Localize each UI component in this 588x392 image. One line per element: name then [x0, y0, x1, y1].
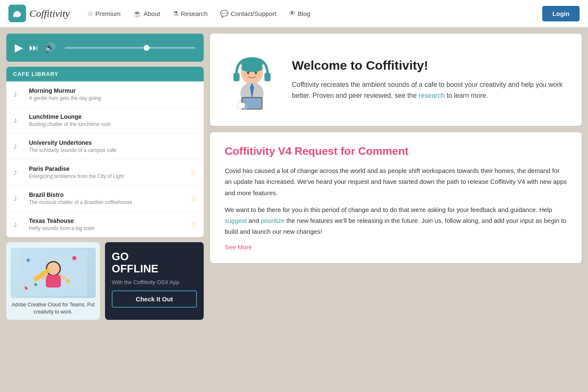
flask-nav-icon: ⚗: [173, 10, 178, 18]
track-desc: Hefty sounds from a big state: [29, 225, 197, 231]
cup-nav-icon: ☕: [133, 10, 142, 18]
v4-para1: Covid has caused a lot of change across …: [225, 165, 567, 199]
star-icon[interactable]: ☆: [190, 168, 197, 177]
track-name: Morning Murmur: [29, 87, 197, 94]
nav-label-contact: Contact/Support: [231, 10, 276, 17]
svg-rect-5: [46, 275, 61, 287]
svg-point-20: [255, 71, 257, 74]
music-note-icon: ♪: [13, 89, 23, 99]
v4-card: Coffitivity V4 Request for Comment Covid…: [210, 132, 582, 263]
music-note-icon: ♪: [13, 167, 23, 177]
track-name: Lunchtime Lounge: [29, 113, 197, 120]
volume-button[interactable]: 🔊: [44, 42, 55, 53]
adobe-illustration: [10, 248, 96, 298]
track-item-paris-paradise[interactable]: ♪ Paris Paradise Energizing ambience fro…: [6, 159, 204, 186]
progress-knob: [144, 45, 150, 51]
track-info: Brazil Bistro The musical chatter of a B…: [29, 191, 197, 205]
v4-title: Coffitivity V4 Request for Comment: [225, 145, 567, 158]
track-desc: Energizing ambience from the City of Lig…: [29, 173, 197, 179]
star-icon[interactable]: ☆: [190, 194, 197, 203]
track-name: Texas Teahouse: [29, 217, 197, 224]
offline-panel: GO OFFLINE With the Coffitivity OSX App …: [105, 242, 204, 320]
main-layout: ▶ ⏭ 🔊 CAFE LIBRARY ♪ Morning Murmur A ge…: [0, 27, 588, 326]
nav-label-premium: Premium: [95, 10, 121, 17]
nav: ☆ Premium ☕ About ⚗ Research 💬 Contact/S…: [82, 6, 542, 21]
bottom-panels: Adobe Creative Cloud for Teams. Put crea…: [6, 242, 204, 320]
skip-button[interactable]: ⏭: [29, 42, 38, 53]
track-item-brazil-bistro[interactable]: ♪ Brazil Bistro The musical chatter of a…: [6, 186, 204, 212]
v4-para2: We want to be there for you in this peri…: [225, 204, 567, 238]
suggest-link[interactable]: suggest: [225, 217, 247, 224]
player: ▶ ⏭ 🔊: [6, 34, 204, 62]
adobe-text: Adobe Creative Cloud for Teams. Put crea…: [10, 301, 96, 316]
welcome-card: Welcome to Coffitivity! Coffitivity recr…: [210, 34, 582, 126]
v4-para2-mid: and: [247, 217, 261, 224]
header: Coffitivity ☆ Premium ☕ About ⚗ Research…: [0, 0, 588, 27]
track-name: Brazil Bistro: [29, 191, 197, 198]
progress-bar[interactable]: [65, 47, 195, 49]
logo-text: Coffitivity: [29, 8, 70, 19]
svg-point-10: [72, 256, 76, 260]
see-more-link[interactable]: See More: [225, 243, 567, 251]
offline-title: GO OFFLINE: [112, 251, 158, 274]
music-note-icon: ♪: [13, 220, 23, 229]
nav-item-blog[interactable]: 👁 Blog: [284, 6, 315, 21]
check-it-out-button[interactable]: Check It Out: [112, 290, 197, 308]
track-desc: The scholarly sounds of a campus cafe: [29, 147, 197, 153]
welcome-text: Coffitivity recreates the ambient sounds…: [292, 79, 567, 101]
welcome-text-after: to learn more.: [445, 92, 488, 99]
track-desc: A gentle hum gets the day going: [29, 95, 197, 101]
welcome-illustration: [225, 46, 279, 113]
track-info: Paris Paradise Energizing ambience from …: [29, 165, 197, 179]
eye-nav-icon: 👁: [289, 10, 296, 17]
svg-rect-15: [265, 73, 271, 81]
play-button[interactable]: ▶: [15, 41, 23, 54]
research-link[interactable]: research: [419, 92, 445, 99]
nav-label-blog: Blog: [298, 10, 310, 17]
star-icon[interactable]: ☆: [190, 220, 197, 229]
track-item-morning-murmur[interactable]: ♪ Morning Murmur A gentle hum gets the d…: [6, 81, 204, 107]
nav-item-contact[interactable]: 💬 Contact/Support: [215, 6, 281, 21]
svg-rect-24: [242, 98, 262, 109]
star-nav-icon: ☆: [87, 10, 93, 18]
welcome-title: Welcome to Coffitivity!: [292, 58, 567, 73]
logo-area: Coffitivity: [8, 5, 70, 22]
track-name: Paris Paradise: [29, 165, 197, 172]
cafe-library: CAFE LIBRARY ♪ Morning Murmur A gentle h…: [6, 67, 204, 237]
login-button[interactable]: Login: [542, 6, 580, 21]
nav-item-about[interactable]: ☕ About: [128, 6, 165, 21]
chat-nav-icon: 💬: [220, 10, 228, 18]
track-info: Texas Teahouse Hefty sounds from a big s…: [29, 217, 197, 231]
logo-icon: [8, 5, 26, 22]
offline-subtitle: With the Coffitivity OSX App: [112, 279, 179, 286]
svg-point-11: [26, 259, 30, 262]
welcome-content: Welcome to Coffitivity! Coffitivity recr…: [292, 58, 567, 101]
nav-label-about: About: [144, 10, 160, 17]
track-desc: Busting chatter of the lunchtime rush: [29, 121, 197, 127]
track-info: Lunchtime Lounge Busting chatter of the …: [29, 113, 197, 127]
nav-item-research[interactable]: ⚗ Research: [168, 6, 213, 21]
track-name: University Undertones: [29, 139, 197, 146]
music-note-icon: ♪: [13, 141, 23, 151]
adobe-panel: Adobe Creative Cloud for Teams. Put crea…: [6, 242, 100, 320]
track-info: Morning Murmur A gentle hum gets the day…: [29, 87, 197, 101]
track-item-lunchtime-lounge[interactable]: ♪ Lunchtime Lounge Busting chatter of th…: [6, 107, 204, 133]
library-header: CAFE LIBRARY: [6, 67, 204, 81]
svg-rect-14: [234, 73, 240, 81]
track-item-university-undertones[interactable]: ♪ University Undertones The scholarly so…: [6, 133, 204, 159]
track-item-texas-teahouse[interactable]: ♪ Texas Teahouse Hefty sounds from a big…: [6, 212, 204, 237]
svg-point-19: [247, 71, 249, 74]
music-note-icon: ♪: [13, 193, 23, 203]
svg-rect-25: [238, 103, 245, 108]
svg-point-18: [241, 64, 263, 72]
v4-para2-before: We want to be there for you in this peri…: [225, 206, 552, 213]
music-note-icon: ♪: [13, 115, 23, 125]
right-panel: Welcome to Coffitivity! Coffitivity recr…: [210, 34, 582, 320]
track-info: University Undertones The scholarly soun…: [29, 139, 197, 153]
track-desc: The musical chatter of a Brazilian coffe…: [29, 199, 197, 205]
left-panel: ▶ ⏭ 🔊 CAFE LIBRARY ♪ Morning Murmur A ge…: [6, 34, 204, 320]
nav-label-research: Research: [181, 10, 207, 17]
prioritize-link[interactable]: prioritize: [261, 217, 285, 224]
svg-rect-1: [16, 11, 19, 13]
nav-item-premium[interactable]: ☆ Premium: [82, 6, 126, 21]
